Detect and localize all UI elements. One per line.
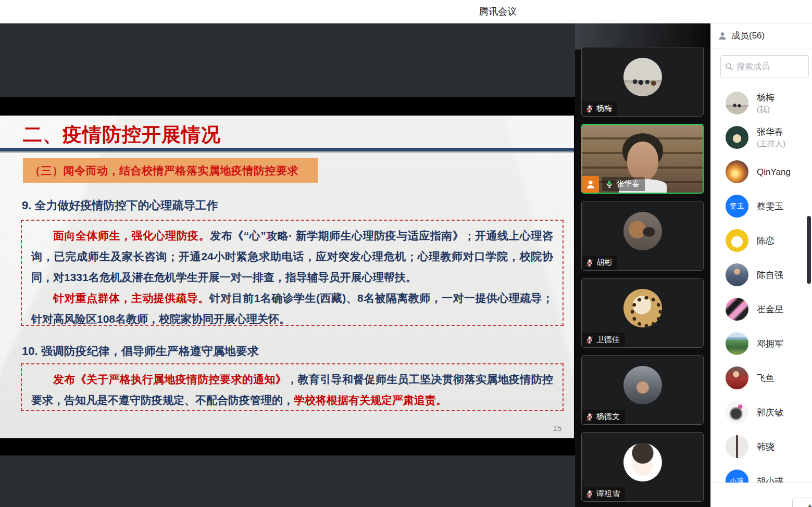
members-scrollbar-thumb[interactable] — [807, 216, 811, 284]
member-avatar — [726, 298, 748, 321]
slide-textbox-9: 面向全体师生，强化心理防疫。发布《“心”攻略· 新学期师生心理防疫与适应指南》；… — [21, 220, 564, 326]
member-avatar — [726, 332, 748, 355]
member-avatar — [726, 366, 748, 389]
mic-muted-icon — [585, 105, 594, 113]
mic-active-icon — [605, 180, 614, 188]
participant-name-bar: 谭祖雪 — [582, 487, 625, 501]
member-text: 张华春 (主持人) — [757, 126, 785, 149]
members-footer: 解除全体静音 — [711, 483, 812, 507]
mic-muted-icon — [585, 336, 594, 344]
window-titlebar: 腾讯会议 — [0, 0, 812, 23]
member-text: 郭庆敏 — [757, 407, 783, 419]
participant-tile[interactable]: 谭祖雪 — [581, 432, 704, 502]
participant-name-bar: 杨德文 — [582, 410, 625, 424]
member-row[interactable]: 杨梅 (我) — [711, 86, 812, 120]
member-avatar — [726, 263, 748, 286]
member-name: 韩骁 — [757, 441, 774, 453]
member-text: 崔金星 — [757, 303, 783, 315]
participant-avatar — [623, 289, 662, 327]
participant-tile[interactable]: 杨德文 — [581, 355, 704, 425]
member-text: 蔡雯玉 — [757, 200, 783, 212]
slide-textbox-10: 发布《关于严格执行属地疫情防控要求的通知》，教育引导和督促师生员工坚决贯彻落实属… — [21, 363, 564, 411]
member-row[interactable]: 张华春 (主持人) — [711, 120, 812, 155]
member-text: 飞鱼 — [757, 372, 774, 384]
participant-tile[interactable]: 杨梅 — [581, 47, 704, 117]
screen-share-stage: 二、疫情防控开展情况 （三）闻令而动，结合校情严格落实属地疫情防控要求 9. 全… — [0, 23, 575, 507]
tencent-meeting-window: 腾讯会议 二、疫情防控开展情况 （三）闻令而动，结合校情严格落实属地疫情防控要求… — [0, 0, 812, 507]
member-row[interactable]: 飞鱼 — [711, 361, 812, 395]
members-list: 杨梅 (我) 张华春 (主持人) QinYang 雯玉 蔡雯玉 陈恋 — [711, 86, 812, 498]
member-row[interactable]: 雯玉 蔡雯玉 — [711, 189, 812, 223]
member-search-box — [720, 55, 809, 78]
mic-muted-icon — [585, 490, 594, 498]
participant-avatar — [623, 366, 662, 404]
participant-name: 胡彬 — [596, 258, 612, 268]
member-text: 杨梅 (我) — [757, 92, 774, 115]
member-avatar — [726, 229, 748, 252]
members-header: 成员(56) — [711, 23, 812, 48]
member-name: 崔金星 — [757, 303, 783, 315]
presentation-slide: 二、疫情防控开展情况 （三）闻令而动，结合校情严格落实属地疫情防控要求 9. 全… — [0, 116, 574, 438]
member-avatar — [726, 92, 748, 115]
member-avatar — [726, 435, 748, 458]
member-avatar: 雯玉 — [726, 195, 748, 218]
unmute-all-button[interactable]: 解除全体静音 — [792, 498, 812, 507]
member-name: 杨梅 — [757, 92, 774, 104]
member-name: QinYang — [757, 166, 791, 178]
member-text: QinYang — [757, 166, 791, 178]
member-name: 蔡雯玉 — [757, 200, 783, 212]
member-row[interactable]: 郭庆敏 — [711, 395, 812, 429]
member-role: (主持人) — [757, 138, 785, 149]
slide-divider — [0, 148, 574, 153]
slide-heading-9: 9. 全力做好疫情防控下的心理疏导工作 — [22, 198, 218, 213]
participant-name-bar: 卫德佳 — [582, 333, 625, 347]
member-name: 邓拥军 — [757, 338, 783, 350]
participant-tile[interactable]: 胡彬 — [581, 201, 704, 271]
slide-title: 二、疫情防控开展情况 — [23, 122, 221, 148]
member-search-input[interactable] — [736, 62, 799, 71]
member-row[interactable]: 韩骁 — [711, 429, 812, 464]
search-icon — [725, 62, 733, 71]
members-icon — [718, 31, 727, 41]
slide-paragraph: 发布《关于严格执行属地疫情防控要求的通知》，教育引导和督促师生员工坚决贯彻落实属… — [31, 369, 553, 411]
member-row[interactable]: QinYang — [711, 155, 812, 189]
participant-name: 杨梅 — [596, 104, 612, 113]
participant-avatar — [623, 212, 662, 250]
participant-name: 张华春 — [616, 179, 640, 189]
participant-avatar — [623, 58, 662, 96]
members-count: 成员(56) — [731, 30, 765, 42]
slide-paragraph: 面向全体师生，强化心理防疫。发布《“心”攻略· 新学期师生心理防疫与适应指南》；… — [31, 225, 553, 288]
slide-page-number: 15 — [553, 424, 561, 433]
member-text: 韩骁 — [757, 441, 774, 453]
participant-name: 卫德佳 — [596, 335, 620, 345]
member-avatar — [726, 160, 748, 183]
slide-subtitle-box: （三）闻令而动，结合校情严格落实属地疫情防控要求 — [23, 158, 318, 183]
member-row[interactable]: 陈自强 — [711, 258, 812, 292]
member-role: (我) — [757, 104, 774, 115]
member-avatar — [726, 126, 748, 149]
presenter-badge-icon — [582, 176, 599, 193]
participant-name-bar: 胡彬 — [582, 256, 617, 270]
mic-muted-icon — [585, 413, 594, 421]
member-text: 邓拥军 — [757, 338, 783, 350]
member-name: 郭庆敏 — [757, 407, 783, 419]
member-avatar — [726, 401, 748, 424]
member-row[interactable]: 陈恋 — [711, 223, 812, 258]
mic-muted-icon — [585, 259, 594, 267]
slide-heading-10: 10. 强调防疫纪律，倡导师生严格遵守属地要求 — [22, 344, 259, 359]
window-title: 腾讯会议 — [479, 0, 517, 23]
member-text: 陈恋 — [757, 235, 774, 247]
participant-tile[interactable]: 张华春 — [581, 124, 704, 194]
member-name: 飞鱼 — [757, 372, 774, 384]
participant-name-bar: 杨梅 — [582, 102, 617, 116]
video-strip: 杨梅 张华春 — [575, 23, 710, 507]
member-text: 陈自强 — [757, 269, 783, 281]
participant-tile[interactable]: 卫德佳 — [581, 278, 704, 348]
shared-slide-frame: 二、疫情防控开展情况 （三）闻令而动，结合校情严格落实属地疫情防控要求 9. 全… — [0, 97, 575, 455]
member-row[interactable]: 邓拥军 — [711, 326, 812, 361]
participant-avatar — [623, 443, 662, 481]
slide-paragraph: 针对重点群体，主动提供疏导。针对目前1名确诊学生(西藏)、8名被隔离教师，一对一… — [31, 288, 553, 329]
members-panel: 成员(56) 杨梅 (我) 张华春 (主持人) QinYang — [710, 23, 812, 507]
participant-name-bar: 张华春 — [602, 177, 645, 191]
member-row[interactable]: 崔金星 — [711, 292, 812, 326]
